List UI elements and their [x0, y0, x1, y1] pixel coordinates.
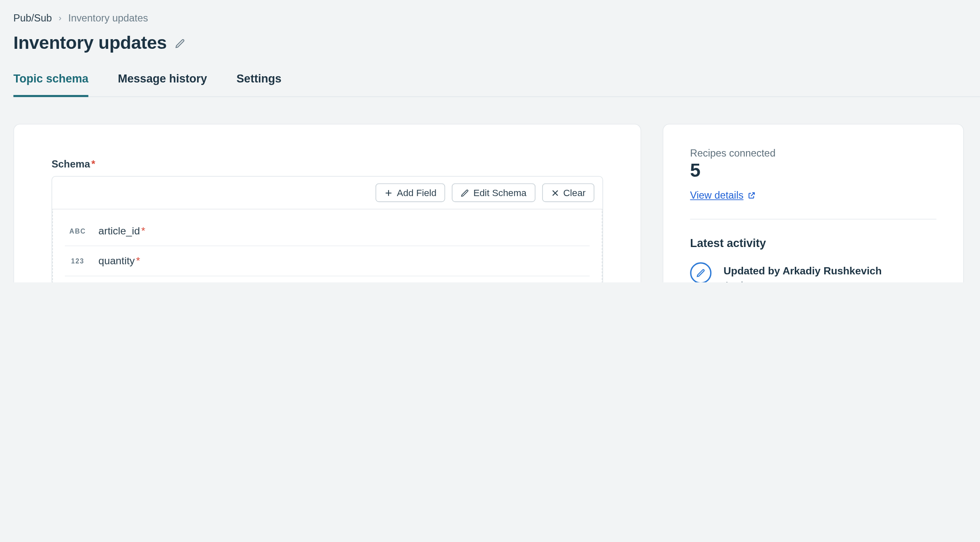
activity-icon	[690, 262, 711, 282]
pencil-icon	[696, 268, 706, 278]
activity-item: Updated by Arkadiy Rushkevich A minute a…	[690, 262, 936, 282]
schema-field-list: ABC article_id* 123 quantity* updated_it…	[52, 210, 602, 282]
number-type-icon: 123	[68, 257, 88, 264]
latest-activity-heading: Latest activity	[690, 237, 936, 250]
view-details-link[interactable]: View details	[690, 189, 755, 201]
string-type-icon: ABC	[68, 227, 88, 234]
tab-topic-schema[interactable]: Topic schema	[13, 72, 88, 97]
close-icon	[551, 189, 559, 197]
tab-message-history[interactable]: Message history	[118, 72, 207, 97]
divider	[690, 219, 936, 220]
recipes-connected-count: 5	[690, 160, 936, 181]
schema-card: Schema* Add Field Edit Schema Clear	[13, 124, 641, 282]
activity-title: Updated by Arkadiy Rushkevich	[724, 263, 882, 278]
schema-label: Schema*	[51, 158, 603, 169]
recipes-connected-label: Recipes connected	[690, 147, 936, 159]
field-name: article_id*	[99, 225, 145, 237]
add-field-button[interactable]: Add Field	[375, 183, 445, 202]
edit-title-button[interactable]	[175, 38, 185, 48]
plus-icon	[384, 189, 393, 197]
schema-field-row[interactable]: updated_items	[65, 276, 590, 282]
pencil-icon	[175, 38, 185, 48]
tabs: Topic schema Message history Settings	[13, 72, 980, 97]
schema-field-row[interactable]: 123 quantity*	[65, 246, 590, 276]
chevron-right-icon: ›	[59, 13, 61, 23]
pencil-icon	[461, 189, 469, 197]
breadcrumb-root[interactable]: Pub/Sub	[13, 12, 52, 24]
schema-toolbar: Add Field Edit Schema Clear	[52, 177, 602, 210]
external-link-icon	[748, 191, 756, 199]
schema-field-row[interactable]: ABC article_id*	[65, 216, 590, 247]
breadcrumb-current: Inventory updates	[68, 12, 148, 24]
tab-settings[interactable]: Settings	[237, 72, 282, 97]
sidebar-card: Recipes connected 5 View details Latest …	[663, 124, 964, 282]
clear-button[interactable]: Clear	[542, 183, 594, 202]
edit-schema-button[interactable]: Edit Schema	[452, 183, 535, 202]
field-name: quantity*	[99, 255, 140, 267]
activity-time: A minute ago	[724, 279, 882, 282]
schema-box: Add Field Edit Schema Clear ABC article_…	[51, 176, 603, 282]
page-title: Inventory updates	[13, 33, 167, 53]
breadcrumb: Pub/Sub › Inventory updates	[13, 12, 980, 24]
